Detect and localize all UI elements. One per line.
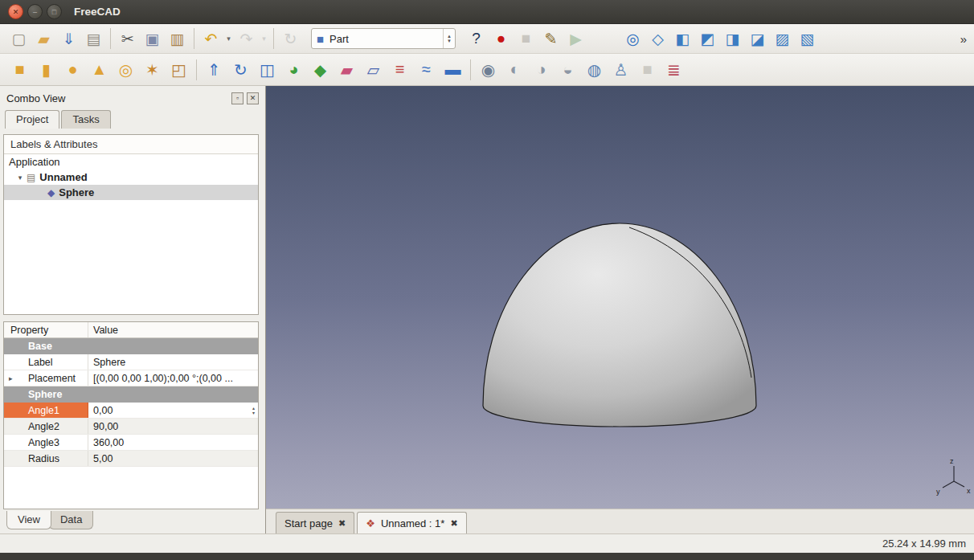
property-angle2[interactable]: Angle2 xyxy=(4,419,88,434)
sphere-model[interactable] xyxy=(483,223,756,427)
value-column-header[interactable]: Value xyxy=(88,322,258,337)
toolbar-separator xyxy=(110,28,111,49)
window-close-button[interactable]: ✕ xyxy=(8,4,23,19)
refresh-icon[interactable]: ↻ xyxy=(278,27,303,51)
window-maximize-button[interactable]: □ xyxy=(47,4,62,19)
cone-icon[interactable]: ▲ xyxy=(86,57,113,82)
whats-this-icon[interactable]: ? xyxy=(464,27,489,51)
paste-icon[interactable]: ▥ xyxy=(165,27,190,51)
3d-viewport[interactable]: z y x xyxy=(266,86,974,509)
redo-icon[interactable]: ↷ xyxy=(234,27,259,51)
print-icon[interactable]: ▤ xyxy=(81,27,106,51)
extrude-icon[interactable]: ⇑ xyxy=(201,57,227,82)
property-group-sphere[interactable]: Sphere xyxy=(4,386,258,403)
spinner-icon[interactable]: ▴▾ xyxy=(252,406,258,415)
fit-all-icon[interactable]: ◎ xyxy=(620,27,645,51)
expander-icon[interactable]: ▾ xyxy=(15,174,25,182)
cylinder-icon[interactable]: ▮ xyxy=(33,57,59,82)
property-radius[interactable]: Radius xyxy=(4,451,88,466)
save-icon[interactable]: ⇓ xyxy=(56,27,81,51)
window-minimize-button[interactable]: – xyxy=(27,4,43,19)
left-view-icon[interactable]: ▧ xyxy=(795,27,820,51)
new-document-icon[interactable]: ▢ xyxy=(6,27,31,51)
axis-x-label: x xyxy=(967,487,971,495)
part-workbench-icon: ■ xyxy=(317,32,324,46)
open-folder-icon[interactable]: ▰ xyxy=(31,27,56,51)
undo-icon[interactable]: ↶ xyxy=(198,27,223,51)
property-angle3[interactable]: Angle3 xyxy=(4,435,88,450)
mirror-icon[interactable]: ◫ xyxy=(254,57,280,82)
property-angle1-value[interactable]: 0,00 ▴▾ xyxy=(88,403,258,418)
check-geometry-icon[interactable]: ◍ xyxy=(581,57,608,82)
property-placement-value[interactable]: [(0,00 0,00 1,00);0,00 °;(0,00 ... xyxy=(88,370,258,386)
box-icon[interactable]: ■ xyxy=(6,57,33,82)
fillet-icon[interactable]: ◕ xyxy=(280,57,307,82)
cut-solid-icon[interactable]: ◐ xyxy=(501,57,528,82)
tab-project[interactable]: Project xyxy=(5,110,59,129)
tab-start-page[interactable]: Start page ✖ xyxy=(276,512,354,533)
make-face-icon[interactable]: ▰ xyxy=(334,57,360,82)
torus-icon[interactable]: ◎ xyxy=(113,57,139,82)
chamfer-icon[interactable]: ◆ xyxy=(307,57,334,82)
sweep-icon[interactable]: ≈ xyxy=(413,57,440,82)
defeaturing-icon[interactable]: ♙ xyxy=(608,57,634,82)
cross-sections-icon[interactable]: ≣ xyxy=(661,57,687,82)
common-icon[interactable]: ◒ xyxy=(555,57,581,82)
workbench-spinner-icon[interactable]: ▲▼ xyxy=(443,29,455,48)
macro-edit-icon[interactable]: ✎ xyxy=(538,27,563,51)
tree-item-sphere[interactable]: ◆ Sphere xyxy=(4,185,258,200)
freecad-window: ✕ – □ FreeCAD ▢▰⇓▤ ✂▣▥ ↶▾↷▾ ↻ ■ Part ▲▼ … xyxy=(0,0,974,560)
undo-redo-group: ↶▾↷▾ xyxy=(198,27,269,51)
property-angle1[interactable]: Angle1 xyxy=(4,403,88,418)
tree-item-unnamed[interactable]: ▾ ▤ Unnamed xyxy=(4,170,258,185)
loft-icon[interactable]: ≡ xyxy=(387,57,413,82)
macro-record-icon[interactable]: ● xyxy=(489,27,514,51)
panel-close-icon[interactable]: ✕ xyxy=(247,92,259,104)
redo-dropdown-icon[interactable]: ▾ xyxy=(259,27,269,51)
expander-icon[interactable]: ▸ xyxy=(9,374,13,382)
toolbar-overflow-button[interactable]: » xyxy=(960,32,968,46)
workbench-selector[interactable]: ■ Part ▲▼ xyxy=(311,28,456,49)
table-row: Radius 5,00 xyxy=(4,451,258,467)
property-angle2-value[interactable]: 90,00 xyxy=(88,419,258,434)
section-icon[interactable]: ▬ xyxy=(440,57,466,82)
ruled-surface-icon[interactable]: ▱ xyxy=(360,57,387,82)
rear-view-icon[interactable]: ◪ xyxy=(745,27,770,51)
boolean-icon[interactable]: ◉ xyxy=(475,57,501,82)
tree-item-application[interactable]: Application xyxy=(4,154,258,170)
property-angle3-value[interactable]: 360,00 xyxy=(88,435,258,450)
property-label-value[interactable]: Sphere xyxy=(88,354,258,370)
undo-dropdown-icon[interactable]: ▾ xyxy=(223,27,234,51)
sphere-icon[interactable]: ● xyxy=(59,57,86,82)
copy-icon[interactable]: ▣ xyxy=(140,27,165,51)
panel-float-icon[interactable]: ▫ xyxy=(231,92,244,104)
front-view-icon[interactable]: ◧ xyxy=(670,27,695,51)
shape-builder-icon[interactable]: ◰ xyxy=(166,57,192,82)
workbench-selected-label: Part xyxy=(329,33,443,45)
toolbar-separator xyxy=(273,28,274,49)
primitives-icon[interactable]: ✶ xyxy=(139,57,166,82)
revolve-icon[interactable]: ↻ xyxy=(227,57,254,82)
right-view-icon[interactable]: ◨ xyxy=(720,27,745,51)
property-placement[interactable]: ▸Placement xyxy=(4,370,88,386)
toolbar-separator xyxy=(470,59,471,80)
toolbar-separator xyxy=(194,28,194,49)
tab-unnamed-document[interactable]: ❖ Unnamed : 1* ✖ xyxy=(357,512,466,533)
macro-play-icon[interactable]: ▶ xyxy=(563,27,588,51)
tab-view[interactable]: View xyxy=(6,511,51,529)
top-view-icon[interactable]: ◩ xyxy=(695,27,720,51)
macro-stop-icon[interactable]: ■ xyxy=(514,27,538,51)
tab-tasks[interactable]: Tasks xyxy=(61,110,110,129)
axonometric-view-icon[interactable]: ◇ xyxy=(645,27,670,51)
property-label[interactable]: Label xyxy=(4,354,88,370)
union-icon[interactable]: ◑ xyxy=(528,57,555,82)
property-group-base[interactable]: Base xyxy=(4,338,258,354)
thickness-icon[interactable]: ■ xyxy=(634,57,661,82)
bottom-view-icon[interactable]: ▨ xyxy=(770,27,795,51)
close-tab-icon[interactable]: ✖ xyxy=(338,518,346,529)
close-tab-icon[interactable]: ✖ xyxy=(450,518,457,529)
property-column-header[interactable]: Property xyxy=(4,322,88,337)
cut-icon[interactable]: ✂ xyxy=(115,27,140,51)
tab-data[interactable]: Data xyxy=(49,511,93,529)
property-radius-value[interactable]: 5,00 xyxy=(88,451,258,466)
